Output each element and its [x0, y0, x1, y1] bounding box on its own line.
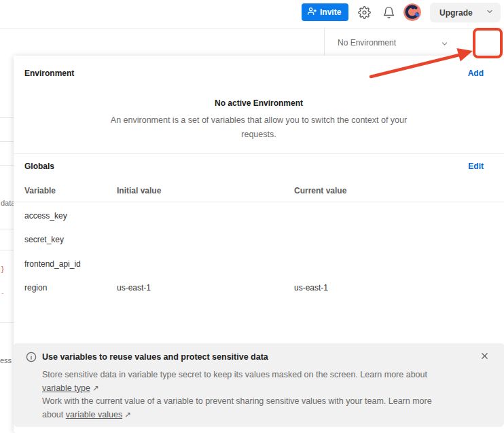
empty-state-title: No active Environment	[14, 98, 504, 108]
column-header-variable: Variable	[24, 186, 56, 195]
close-icon[interactable]	[478, 351, 490, 363]
clipped-text-fragment: data	[1, 199, 14, 207]
background-page-strip: data } - ess	[0, 57, 14, 433]
top-header-bar: Invite Upgrade	[0, 0, 504, 29]
variable-type-link[interactable]: variable type	[42, 383, 90, 393]
table-cell-name: access_key	[24, 211, 67, 221]
notifications-bell-icon[interactable]	[382, 6, 395, 20]
variables-info-banner: Use variables to reuse values and protec…	[14, 343, 504, 427]
divider	[0, 117, 14, 118]
column-header-current-value: Current value	[294, 186, 346, 195]
banner-title: Use variables to reuse values and protec…	[42, 352, 268, 362]
table-row: secret_key	[14, 228, 504, 252]
column-header-initial-value: Initial value	[117, 186, 161, 195]
settings-gear-icon[interactable]	[357, 6, 371, 20]
table-cell-name: secret_key	[24, 235, 64, 244]
banner-body: Store sensitive data in variable type se…	[42, 369, 455, 421]
table-cell-current: us-east-1	[294, 283, 328, 293]
divider	[0, 141, 14, 142]
invite-button-label: Invite	[320, 7, 341, 17]
section-divider	[14, 153, 504, 154]
divider	[0, 165, 14, 166]
chevron-down-icon[interactable]	[440, 39, 449, 51]
table-cell-name: region	[24, 283, 47, 293]
table-cell-name: frontend_api_id	[24, 259, 81, 269]
divider	[0, 250, 14, 250]
section-divider	[14, 202, 504, 202]
edit-globals-link[interactable]: Edit	[468, 162, 484, 171]
environment-overlay-panel: Environment Add No active Environment An…	[14, 56, 504, 433]
info-icon	[26, 352, 37, 365]
variable-values-link[interactable]: variable values	[66, 410, 122, 419]
table-row: access_key	[14, 204, 504, 228]
upgrade-button-label: Upgrade	[439, 8, 473, 18]
user-avatar[interactable]	[403, 3, 421, 21]
globals-table-rows: access_keysecret_keyfrontend_api_idregio…	[14, 204, 504, 300]
empty-state-description: An environment is a set of variables tha…	[109, 113, 408, 142]
banner-paragraph-1: Store sensitive data in variable type se…	[42, 370, 427, 379]
upgrade-button[interactable]: Upgrade	[430, 3, 501, 22]
chevron-down-icon	[486, 7, 494, 18]
table-row: regionus-east-1us-east-1	[14, 276, 504, 301]
table-cell-initial: us-east-1	[117, 283, 151, 293]
clipped-text-fragment: ess	[0, 356, 12, 364]
globals-title: Globals	[24, 162, 54, 171]
invite-button[interactable]: Invite	[302, 3, 348, 21]
panel-title: Environment	[24, 69, 74, 78]
table-row: frontend_api_id	[14, 252, 504, 276]
external-link-icon: ↗	[122, 411, 131, 419]
divider	[0, 322, 14, 323]
add-environment-link[interactable]: Add	[468, 69, 484, 78]
environment-bar: No Environment	[0, 29, 504, 57]
divider	[0, 229, 14, 229]
app-window: Invite Upgrade No Environment	[0, 0, 504, 433]
user-plus-icon	[308, 7, 317, 18]
external-link-icon: ↗	[90, 384, 99, 392]
clipped-code-fragment: }	[1, 265, 4, 273]
clipped-code-fragment: -	[1, 288, 4, 297]
environment-selector[interactable]: No Environment	[324, 29, 452, 57]
environment-selector-value: No Environment	[324, 38, 396, 48]
